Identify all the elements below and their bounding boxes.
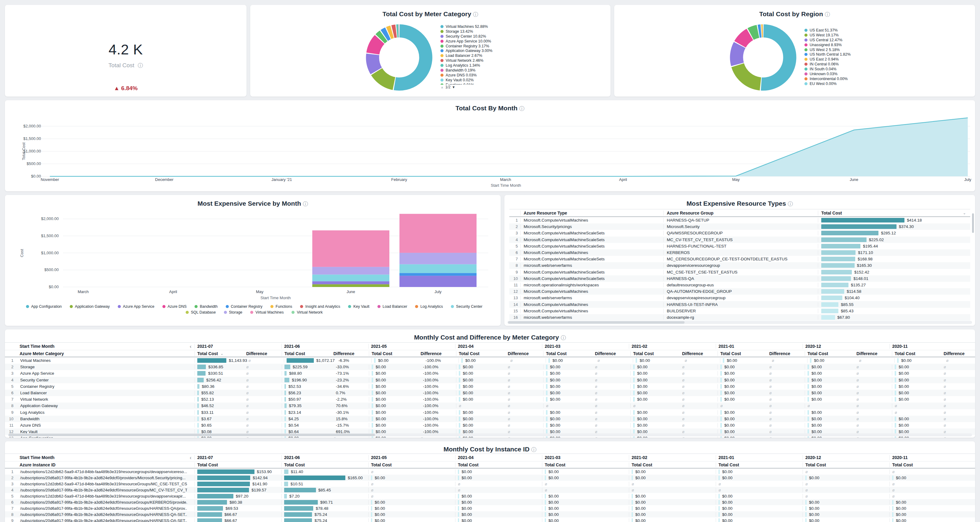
table-row[interactable]: 1Microsoft.Compute/virtualMachinesHARNES…	[509, 217, 970, 224]
table-row[interactable]: 11microsoft.operationalinsights/workspac…	[509, 282, 970, 288]
bar-segment-application-gateway[interactable]	[312, 284, 389, 287]
difference-header[interactable]: Difference	[506, 351, 543, 356]
difference-header[interactable]: Difference	[768, 351, 805, 356]
legend-item[interactable]: Intercontinental 0.00%	[805, 77, 971, 82]
bar-segment-virtual-machines[interactable]	[312, 230, 389, 267]
bar-segment-azure-app-service[interactable]	[399, 276, 477, 287]
legend-item[interactable]: Virtual Machines	[250, 310, 283, 315]
donut-slice-application-gateway[interactable]	[384, 33, 388, 35]
table-row[interactable]: 15Microsoft.Compute/virtualMachinesBUILD…	[509, 308, 970, 314]
donut-slice-us-west-2[interactable]	[751, 32, 758, 34]
total-cost-header[interactable]: Total Cost	[282, 462, 332, 467]
total-cost-header[interactable]: Total Cost	[455, 462, 506, 467]
donut-slice-us-east[interactable]	[761, 31, 790, 84]
legend-item[interactable]: Load Balancer	[377, 305, 407, 309]
legend-item[interactable]: Azure App Service 10.00%	[441, 39, 607, 44]
total-cost-header[interactable]: Total Cost	[805, 351, 855, 356]
legend-item[interactable]: Storage 13.42%	[441, 29, 607, 34]
legend-item[interactable]: Functions 0.01%	[441, 83, 607, 85]
legend-item[interactable]: Storage	[224, 310, 243, 315]
table-row[interactable]: 7Virtual Network$52.13ø$50.97-2.2%$0.00-…	[5, 396, 975, 403]
table-row[interactable]: 9/subscriptions/20d6a917-99fa-4b1b-9b2e-…	[5, 517, 975, 522]
legend-item[interactable]: Security Center 10.82%	[441, 34, 607, 39]
pager-down-icon[interactable]: ▼	[452, 85, 455, 89]
legend-item[interactable]: Load Balancer 2.67%	[441, 54, 607, 59]
total-cost-header[interactable]: Total Cost	[631, 351, 681, 356]
donut-slice-security-center[interactable]	[372, 54, 376, 71]
legend-item[interactable]: Key Vault 0.02%	[441, 78, 607, 83]
donut-slice-storage[interactable]	[377, 71, 394, 83]
legend-item[interactable]: Functions	[270, 305, 292, 309]
total-cost-header[interactable]: Total Cost	[629, 462, 679, 467]
legend-item[interactable]: Unassigned 8.93%	[805, 43, 971, 48]
table-row[interactable]: 3Microsoft.Compute/virtualMachineScaleSe…	[509, 230, 970, 236]
legend-item[interactable]: US East 51.37%	[805, 28, 971, 33]
legend-item[interactable]: Log Analytics 1.34%	[441, 63, 607, 68]
horizontal-scrollbar[interactable]	[508, 321, 972, 324]
total-cost-header[interactable]: Total Cost⌄	[195, 351, 245, 356]
legend-item[interactable]: Insight and Analytics	[300, 305, 340, 309]
chevron-left-icon[interactable]: ‹	[189, 344, 194, 349]
region-donut-chart[interactable]	[730, 24, 797, 91]
table-row[interactable]: 6Load Balancer$55.82ø$56.230.7%$0.00-100…	[5, 390, 975, 396]
table-row[interactable]: 5Container Registry$80.36ø$52.53-34.6%$0…	[5, 383, 975, 390]
donut-slice-load-balancer[interactable]	[389, 32, 392, 33]
column-header[interactable]: Azure Resource Type	[520, 211, 663, 216]
legend-item[interactable]: US East 2 0.94%	[805, 57, 971, 62]
difference-header[interactable]: Difference	[245, 351, 282, 356]
donut-slice-container-registry[interactable]	[380, 36, 383, 38]
table-row[interactable]: 16microsoft.web/serverfarmsdocexample-rg…	[509, 314, 970, 320]
legend-item[interactable]: Unknown 0.03%	[805, 72, 971, 77]
total-cost-header[interactable]: Total Cost	[803, 462, 853, 467]
legend-item[interactable]: SQL Database	[186, 310, 216, 315]
legend-item[interactable]: App Configuration	[26, 305, 62, 309]
table-row[interactable]: 10Microsoft.Compute/virtualMachineScaleS…	[509, 275, 970, 282]
table-row[interactable]: 4/subscriptions/20d6a917-99fa-4b1b-9b2e-…	[5, 487, 975, 493]
total-cost-header[interactable]: Total Cost	[892, 351, 942, 356]
table-row[interactable]: 12Microsoft.Compute/virtualMachinesQA-AU…	[509, 288, 970, 295]
bar-segment-storage[interactable]	[312, 267, 389, 274]
table-row[interactable]: 4Security Center$256.42ø$196.90-23.2%$0.…	[5, 377, 975, 383]
table-row[interactable]: 9Microsoft.Compute/virtualMachineScaleSe…	[509, 269, 970, 275]
total-cost-header[interactable]: Total Cost	[195, 462, 245, 467]
table-row[interactable]: 7Microsoft.Compute/virtualMachineScaleSe…	[509, 256, 970, 262]
total-cost-header[interactable]: Total Cost	[457, 351, 506, 356]
total-cost-header[interactable]: Total Cost	[282, 351, 332, 356]
table-row[interactable]: 5Microsoft.Compute/virtualMachineScaleSe…	[509, 243, 970, 249]
table-row[interactable]: 2/subscriptions/20d6a917-99fa-4b1b-9b2e-…	[5, 474, 975, 481]
table-row[interactable]: 4Microsoft.Compute/virtualMachineScaleSe…	[509, 236, 970, 243]
table-row[interactable]: 6Microsoft.Compute/virtualMachinesKERBER…	[509, 249, 970, 256]
difference-header[interactable]: Difference	[419, 351, 456, 356]
legend-item[interactable]: US Central 12.47%	[805, 38, 971, 43]
legend-item[interactable]: Virtual Network	[291, 310, 323, 315]
bar-segment-security-center[interactable]	[312, 274, 389, 281]
table-row[interactable]: 14Microsoft.Compute/virtualMachinesHARNE…	[509, 301, 970, 308]
table-row[interactable]: 5/subscriptions/12d2db62-5aa9-471d-84bb-…	[5, 493, 975, 499]
donut-slice-us-central[interactable]	[737, 45, 740, 65]
bar-segment-azure-app-service[interactable]	[312, 281, 389, 284]
donut-slice-azure-app-service[interactable]	[373, 40, 380, 54]
total-cost-header[interactable]: Total Cost	[716, 462, 766, 467]
legend-item[interactable]: Azure App Service	[118, 305, 154, 309]
chevron-down-icon[interactable]: ⌄	[220, 351, 223, 356]
total-cost-header[interactable]: Total Cost	[890, 462, 940, 467]
table-row[interactable]: 8/subscriptions/20d6a917-99fa-4b1b-9b2e-…	[5, 511, 975, 517]
meter-category-donut-chart[interactable]	[366, 24, 433, 91]
table-row[interactable]: 10Bandwidth$3.67ø$4.2515.8%$0.00-100.0%$…	[5, 416, 975, 422]
legend-item[interactable]: EU West 0.00%	[805, 82, 971, 86]
legend-item[interactable]: IN Central 0.06%	[805, 62, 971, 67]
pager-up-icon[interactable]: ▲	[441, 85, 444, 89]
total-cost-header[interactable]: Total Cost	[369, 351, 419, 356]
difference-header[interactable]: Difference	[942, 351, 975, 356]
table-row[interactable]: 9Log Analytics$33.11ø$23.14-30.1%$0.00-1…	[5, 409, 975, 416]
info-icon[interactable]: ⓘ	[788, 201, 793, 207]
legend-item[interactable]: Virtual Network 2.46%	[441, 59, 607, 63]
table-row[interactable]: 8microsoft.web/serverfarmsdevappservicer…	[509, 262, 970, 269]
info-icon[interactable]: ⓘ	[473, 12, 478, 17]
legend-item[interactable]: Virtual Machines 52.88%	[441, 24, 607, 29]
table-row[interactable]: 11Azure DNS$0.65ø$0.54-15.7%$0.00-100.0%…	[5, 422, 975, 428]
table-row[interactable]: 6/subscriptions/20d6a917-99fa-4b1b-9b2e-…	[5, 499, 975, 505]
difference-header[interactable]: Difference	[681, 351, 718, 356]
table-row[interactable]: 1/subscriptions/12d2db62-5aa9-471d-84bb-…	[5, 468, 975, 474]
bar-segment-virtual-machines[interactable]	[399, 214, 477, 253]
